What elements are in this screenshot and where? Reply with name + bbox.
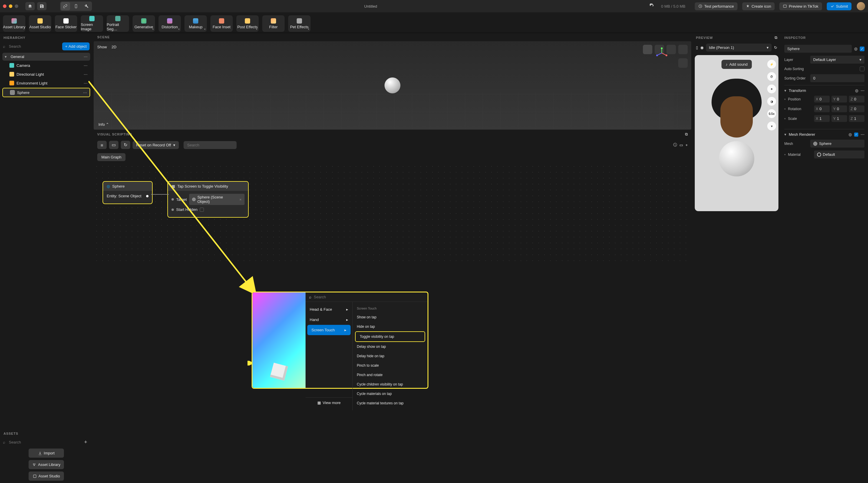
flash-button[interactable]: ⚡ — [767, 60, 776, 69]
vs-info-button[interactable]: ⓘ — [673, 142, 677, 148]
popout-icon[interactable]: ⧉ — [685, 132, 688, 137]
layer-dropdown[interactable]: Default Layer▾ — [810, 56, 865, 64]
magic-button[interactable]: ✦ — [767, 85, 776, 93]
speed-button[interactable]: 0.5x — [767, 109, 776, 118]
asset-library-button[interactable]: Asset Library — [29, 460, 64, 469]
more-icon[interactable]: ⋯ — [861, 132, 865, 137]
view-more-button[interactable]: ▦View more — [306, 397, 352, 408]
tool-portrait-seg[interactable]: Portrait Seg… — [107, 15, 129, 32]
link-icon[interactable]: ◦ — [784, 152, 786, 157]
output-port[interactable] — [146, 195, 149, 197]
tree-root-general[interactable]: ▾General⋯ — [2, 53, 90, 61]
target-icon[interactable]: ◎ — [854, 46, 858, 51]
mesh-field[interactable]: Sphere — [810, 139, 865, 148]
save-button[interactable] — [37, 2, 46, 10]
item-toggle-visibility-on-tap[interactable]: Toggle visibility on tap — [355, 331, 425, 342]
category-head-face[interactable]: Head & Face▸ — [306, 304, 352, 315]
tree-item-camera[interactable]: Camera⋯ — [2, 61, 90, 69]
item-cycle-materials[interactable]: Cycle materials on tap — [353, 389, 428, 398]
rot-z-input[interactable]: Z0 — [849, 105, 865, 112]
submit-button[interactable]: Submit — [827, 2, 851, 10]
scene-sphere-object[interactable] — [384, 77, 400, 93]
home-button[interactable] — [25, 2, 35, 10]
device-mode-button[interactable] — [71, 2, 81, 10]
scl-z-input[interactable]: Z1 — [849, 115, 865, 122]
item-pinch-and-rotate[interactable]: Pinch and rotate — [353, 370, 428, 380]
vs-panel-button[interactable]: ▭ — [109, 141, 119, 149]
preview-tiktok-button[interactable]: Preview in TikTok — [779, 2, 822, 10]
link-icon[interactable]: ◦ — [784, 107, 786, 111]
node-header[interactable]: ▦Tap Screen to Toggle Visibility — [168, 182, 248, 191]
preview-viewport[interactable]: ♪Add sound ⚡ ⏱ ✦ ◑ 0.5x ▾ — [695, 55, 778, 211]
popout-icon[interactable]: ⧉ — [775, 35, 777, 40]
sorting-order-input[interactable]: 0 — [810, 74, 865, 82]
maximize-window-icon[interactable] — [15, 4, 18, 8]
user-avatar[interactable] — [857, 2, 865, 10]
start-hidden-checkbox[interactable] — [200, 207, 204, 212]
reset-icon[interactable]: ◎ — [855, 88, 858, 93]
refresh-preview-button[interactable]: ↻ — [774, 45, 777, 50]
reset-icon[interactable]: ◎ — [848, 132, 852, 137]
tool-post-effects[interactable]: Post Effects — [236, 15, 259, 32]
import-button[interactable]: Import — [29, 449, 64, 458]
context-menu-icon[interactable]: ⋯ — [83, 63, 88, 68]
tools-mode-button[interactable] — [82, 2, 91, 10]
enabled-checkbox[interactable]: ✓ — [854, 132, 858, 137]
scene-viewport[interactable]: Show 2D Info ⌃ — [94, 41, 691, 130]
tool-asset-studio[interactable]: Asset Studio — [29, 15, 51, 32]
vs-add-button[interactable]: + — [685, 143, 688, 147]
transform-header[interactable]: ▾Transform◎⋯ — [784, 88, 865, 93]
scl-y-input[interactable]: Y1 — [832, 115, 847, 122]
camera-toggle-button[interactable] — [678, 58, 688, 68]
scl-x-input[interactable]: X1 — [814, 115, 830, 122]
tool-generative[interactable]: Generative — [132, 15, 155, 32]
pos-x-input[interactable]: X0 — [814, 96, 830, 102]
node-header[interactable]: ◎Sphere — [103, 182, 152, 191]
item-cycle-children-visibility[interactable]: Cycle children visibility on tap — [353, 380, 428, 389]
main-graph-tab[interactable]: Main Graph — [97, 153, 125, 161]
pos-z-input[interactable]: Z0 — [849, 96, 865, 102]
axis-widget[interactable] — [656, 47, 668, 59]
timer-button[interactable]: ⏱ — [767, 72, 776, 81]
link-mode-button[interactable] — [61, 2, 70, 10]
mesh-renderer-header[interactable]: ▾Mesh Renderer◎✓⋯ — [784, 132, 865, 137]
context-menu-icon[interactable]: ⋯ — [83, 81, 88, 86]
refresh-icon[interactable] — [649, 3, 654, 9]
vs-canvas[interactable]: ◎Sphere Entity: Scene Object ▦Tap Screen… — [94, 163, 691, 264]
close-window-icon[interactable] — [3, 4, 6, 8]
vs-list-button[interactable]: ≡ — [97, 141, 107, 149]
scale-gizmo-button[interactable] — [666, 45, 676, 54]
material-field[interactable]: Default — [814, 151, 865, 158]
category-screen-touch[interactable]: Screen Touch▸ — [307, 325, 351, 335]
item-hide-on-tap[interactable]: Hide on tap — [353, 322, 428, 331]
input-port[interactable] — [172, 208, 174, 211]
tool-distortion[interactable]: Distortion — [158, 15, 181, 32]
auto-sorting-checkbox[interactable] — [860, 67, 865, 71]
pos-y-input[interactable]: Y0 — [832, 96, 847, 102]
rot-x-input[interactable]: X0 — [814, 105, 830, 112]
test-performance-button[interactable]: Test performance — [695, 2, 737, 10]
item-pinch-to-scale[interactable]: Pinch to scale — [353, 361, 428, 370]
tool-filter[interactable]: Filter — [262, 15, 285, 32]
item-show-on-tap[interactable]: Show on tap — [353, 313, 428, 322]
tree-item-sphere[interactable]: Sphere⋯ — [2, 88, 90, 97]
item-delay-hide-on-tap[interactable]: Delay hide on tap — [353, 351, 428, 361]
add-asset-button[interactable]: + — [82, 439, 90, 445]
move-gizmo-button[interactable] — [643, 45, 652, 54]
preview-state-dropdown[interactable]: Idle (Person 1)▾ — [706, 43, 772, 52]
effects-button[interactable]: ◑ — [767, 97, 776, 106]
hierarchy-search-input[interactable] — [7, 42, 60, 51]
tool-screen-image[interactable]: Screen Image — [81, 15, 103, 32]
node-tap-toggle[interactable]: ▦Tap Screen to Toggle Visibility TargetS… — [167, 181, 249, 218]
context-menu-icon[interactable]: ⋯ — [83, 72, 88, 76]
rot-y-input[interactable]: Y0 — [832, 105, 847, 112]
node-sphere[interactable]: ◎Sphere Entity: Scene Object — [102, 181, 153, 204]
link-icon[interactable]: ◦ — [784, 116, 786, 121]
item-delay-show-on-tap[interactable]: Delay show on tap — [353, 342, 428, 351]
tool-pet-effects[interactable]: Pet Effects — [288, 15, 311, 32]
input-port[interactable] — [172, 198, 174, 200]
object-name-input[interactable] — [784, 45, 852, 53]
vs-layout-button[interactable]: ▭ — [679, 143, 683, 147]
create-icon-button[interactable]: Create icon — [742, 2, 775, 10]
minimize-window-icon[interactable] — [9, 4, 12, 8]
